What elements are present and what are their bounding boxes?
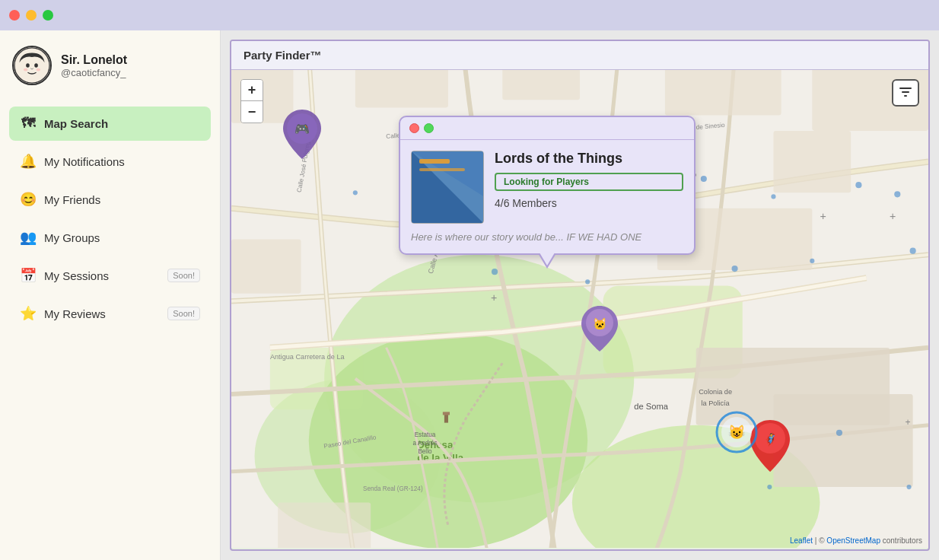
sidebar-item-my-notifications[interactable]: 🔔 My Notifications — [9, 144, 211, 179]
sidebar-item-map-search[interactable]: 🗺 Map Search — [9, 107, 211, 141]
group-info: Lords of the Things Looking for Players … — [495, 151, 683, 209]
svg-point-44 — [894, 191, 900, 197]
nav-label-sessions: My Sessions — [44, 269, 109, 282]
group-description: Here is where our story would be... IF W… — [411, 231, 683, 243]
soon-badge-sessions: Soon! — [167, 269, 200, 282]
svg-point-41 — [810, 259, 814, 263]
popup-titlebar — [400, 117, 694, 140]
map-icon: 🗺 — [20, 116, 37, 132]
svg-text:🐱: 🐱 — [593, 317, 607, 331]
svg-text:a Andrés: a Andrés — [412, 440, 437, 447]
svg-text:Antigua Carretera de La: Antigua Carretera de La — [270, 353, 345, 361]
svg-rect-19 — [231, 239, 301, 293]
filter-button[interactable] — [892, 79, 919, 107]
svg-point-4 — [37, 68, 41, 72]
svg-point-39 — [585, 279, 590, 284]
svg-point-38 — [492, 269, 498, 275]
filter-icon — [898, 85, 913, 100]
svg-rect-15 — [355, 70, 448, 107]
svg-point-47 — [767, 485, 772, 489]
svg-point-40 — [731, 266, 737, 272]
osm-link[interactable]: OpenStreetMap — [826, 536, 880, 545]
profile-info: Sir. Lonelot @caoticfancy_ — [61, 53, 127, 78]
svg-rect-16 — [502, 70, 580, 100]
groups-icon: 👥 — [20, 229, 37, 246]
titlebar — [0, 0, 939, 30]
svg-text:Estatua: Estatua — [415, 431, 436, 438]
close-button[interactable] — [9, 10, 20, 21]
zoom-in-button[interactable]: + — [241, 80, 263, 101]
group-name: Lords of the Things — [495, 151, 683, 167]
bell-icon: 🔔 — [20, 153, 37, 170]
svg-text:+: + — [820, 210, 826, 222]
friends-icon: 😊 — [20, 191, 37, 208]
popup-min-button[interactable] — [424, 123, 434, 133]
svg-point-45 — [836, 430, 842, 436]
svg-point-43 — [353, 190, 358, 195]
svg-text:+: + — [905, 417, 910, 428]
nav-label-friends: My Friends — [44, 193, 100, 206]
sidebar: Sir. Lonelot @caoticfancy_ 🗺 Map Search … — [0, 30, 221, 560]
svg-point-1 — [26, 63, 30, 68]
svg-point-37 — [855, 182, 861, 188]
leaflet-link[interactable]: Leaflet — [790, 536, 813, 545]
svg-rect-79 — [419, 159, 450, 164]
sidebar-item-my-groups[interactable]: 👥 My Groups — [9, 220, 211, 255]
maximize-button[interactable] — [43, 10, 53, 21]
map-controls: + − — [240, 79, 263, 123]
svg-point-2 — [34, 63, 38, 68]
avatar — [12, 46, 52, 85]
svg-text:🦸: 🦸 — [762, 432, 778, 447]
map-pin-group2[interactable]: 🐱 — [581, 306, 618, 353]
svg-rect-17 — [665, 70, 781, 116]
popup-content: Lords of the Things Looking for Players … — [400, 140, 694, 253]
svg-text:Senda Real (GR-124): Senda Real (GR-124) — [363, 485, 423, 492]
svg-rect-23 — [773, 394, 912, 487]
svg-rect-64 — [899, 88, 912, 89]
svg-point-36 — [771, 194, 775, 199]
zoom-out-button[interactable]: − — [241, 101, 263, 123]
svg-rect-21 — [773, 131, 851, 192]
popup-tail-inner — [540, 253, 555, 266]
reviews-icon: ⭐ — [20, 305, 37, 322]
profile-name: Sir. Lonelot — [61, 53, 127, 67]
svg-point-3 — [24, 68, 28, 72]
map-pin-lords[interactable]: 🎮 — [283, 110, 321, 161]
svg-text:Colonia de: Colonia de — [699, 388, 732, 396]
nav-label-notifications: My Notifications — [44, 155, 125, 168]
svg-text:🎮: 🎮 — [294, 122, 310, 136]
svg-rect-80 — [419, 168, 465, 171]
profile-section: Sir. Lonelot @caoticfancy_ — [9, 43, 211, 88]
svg-text:+: + — [491, 291, 497, 304]
popup-top: Lords of the Things Looking for Players … — [411, 151, 683, 224]
sidebar-item-my-reviews[interactable]: ⭐ My Reviews Soon! — [9, 296, 211, 331]
map-area[interactable]: Dehesa de la Villa — [231, 70, 928, 548]
svg-rect-65 — [902, 91, 909, 93]
svg-point-46 — [907, 485, 912, 489]
map-header: Party Finder™ — [231, 41, 928, 70]
sidebar-item-my-friends[interactable]: 😊 My Friends — [9, 182, 211, 217]
sidebar-item-my-sessions[interactable]: 📅 My Sessions Soon! — [9, 258, 211, 293]
profile-handle: @caoticfancy_ — [61, 67, 127, 78]
group-thumbnail — [411, 151, 484, 224]
svg-rect-54 — [443, 412, 450, 415]
popup-close-button[interactable] — [409, 123, 419, 133]
map-container: Party Finder™ Dehesa de la — [230, 40, 930, 551]
user-location-indicator: 😺 — [715, 411, 758, 457]
svg-text:😺: 😺 — [728, 424, 746, 441]
svg-text:+: + — [890, 210, 896, 222]
svg-text:la Policía: la Policía — [702, 399, 731, 407]
minimize-button[interactable] — [26, 10, 37, 21]
map-attribution: Leaflet | © OpenStreetMap contributors — [790, 536, 922, 545]
status-badge: Looking for Players — [495, 173, 683, 191]
svg-text:Bello: Bello — [418, 448, 432, 455]
nav-label-map-search: Map Search — [44, 117, 108, 130]
sessions-icon: 📅 — [20, 267, 37, 284]
map-title: Party Finder™ — [244, 49, 322, 62]
attribution-suffix: contributors — [883, 536, 922, 545]
attribution-copyright: © — [819, 536, 824, 545]
group-popup: Lords of the Things Looking for Players … — [399, 116, 695, 255]
app-body: Sir. Lonelot @caoticfancy_ 🗺 Map Search … — [0, 30, 939, 560]
main-content: Party Finder™ Dehesa de la — [221, 30, 939, 560]
svg-point-42 — [910, 248, 916, 254]
